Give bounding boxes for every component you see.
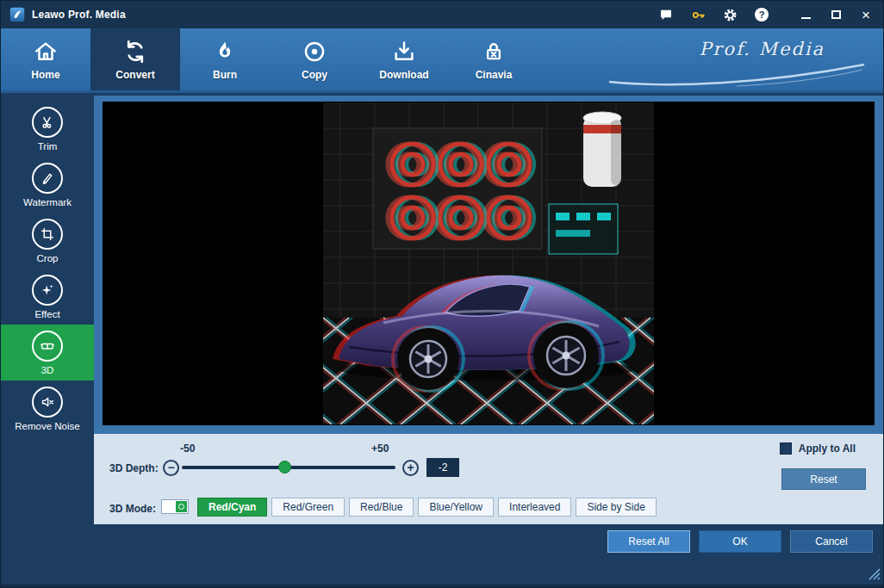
nav-tab-cinavia[interactable]: Cinavia bbox=[449, 28, 538, 90]
ok-button[interactable]: OK bbox=[699, 530, 781, 553]
nav-label-download: Download bbox=[379, 69, 428, 81]
help-icon[interactable]: ? bbox=[753, 6, 770, 23]
remove-noise-icon bbox=[32, 387, 63, 418]
nav-label-copy: Copy bbox=[302, 69, 327, 81]
app-window: Leawo Prof. Media ? × bbox=[0, 0, 884, 588]
mode-red-cyan[interactable]: Red/Cyan bbox=[197, 498, 267, 517]
brand-logo-swoosh bbox=[607, 63, 866, 87]
footer-bar: Reset All OK Cancel bbox=[1, 524, 883, 587]
brand-logo: Prof. Media bbox=[607, 32, 866, 87]
mode-options: Red/Cyan Red/Green Red/Blue Blue/Yellow … bbox=[197, 498, 657, 517]
reset-button[interactable]: Reset bbox=[781, 468, 866, 490]
3d-glasses-icon bbox=[32, 331, 63, 362]
depth-value: -2 bbox=[426, 458, 459, 477]
sidebar-item-trim[interactable]: Trim bbox=[1, 101, 94, 157]
minimize-icon bbox=[801, 17, 811, 19]
depth-decrease-button[interactable]: − bbox=[163, 460, 179, 476]
app-logo-icon bbox=[9, 7, 25, 22]
burn-icon bbox=[212, 39, 238, 65]
sidebar-label-crop: Crop bbox=[37, 253, 59, 263]
download-icon bbox=[391, 39, 417, 65]
apply-to-all[interactable]: Apply to All bbox=[780, 443, 856, 455]
apply-to-all-checkbox[interactable] bbox=[780, 443, 792, 455]
nav-label-burn: Burn bbox=[213, 69, 237, 81]
effect-icon bbox=[32, 275, 63, 306]
sidebar-item-3d[interactable]: 3D bbox=[1, 325, 94, 381]
cancel-button[interactable]: Cancel bbox=[790, 530, 873, 553]
depth-min-label: -50 bbox=[180, 443, 195, 455]
toggle-ring-icon bbox=[178, 504, 184, 510]
3d-settings-panel: 3D Depth: − -50 +50 + -2 Apply to All Re… bbox=[94, 434, 883, 526]
sidebar-label-remove-noise: Remove Noise bbox=[15, 421, 79, 431]
mode-red-green[interactable]: Red/Green bbox=[271, 498, 345, 517]
sidebar-item-effect[interactable]: Effect bbox=[1, 269, 94, 325]
maximize-icon bbox=[831, 10, 841, 19]
apply-to-all-label: Apply to All bbox=[799, 443, 856, 455]
nav-tab-copy[interactable]: Copy bbox=[270, 28, 359, 90]
nav-label-cinavia: Cinavia bbox=[476, 69, 513, 81]
3d-mode-toggle[interactable] bbox=[161, 499, 189, 514]
depth-slider-handle[interactable] bbox=[278, 461, 291, 473]
video-preview bbox=[103, 102, 875, 425]
sidebar-label-watermark: Watermark bbox=[23, 197, 72, 207]
anaglyph-car-image bbox=[323, 102, 654, 424]
nav-tab-home[interactable]: Home bbox=[1, 28, 90, 90]
depth-label: 3D Depth: bbox=[109, 462, 159, 474]
titlebar[interactable]: Leawo Prof. Media ? × bbox=[1, 1, 883, 28]
register-key-icon[interactable] bbox=[689, 6, 707, 23]
minimize-button[interactable] bbox=[797, 6, 814, 23]
window-title: Leawo Prof. Media bbox=[32, 9, 126, 21]
convert-icon bbox=[122, 39, 148, 65]
mode-interleaved[interactable]: Interleaved bbox=[498, 498, 571, 517]
watermark-icon bbox=[32, 163, 63, 194]
trim-icon bbox=[32, 107, 63, 138]
resize-grip[interactable] bbox=[868, 568, 881, 580]
sidebar-item-crop[interactable]: Crop bbox=[1, 213, 94, 269]
cinavia-lock-icon bbox=[481, 39, 507, 65]
settings-gear-icon[interactable] bbox=[721, 6, 738, 23]
copy-disc-icon bbox=[302, 39, 327, 65]
preview-stage bbox=[94, 96, 883, 434]
nav-label-home: Home bbox=[31, 69, 59, 81]
mode-label: 3D Mode: bbox=[109, 503, 156, 515]
sidebar-label-3d: 3D bbox=[41, 365, 54, 375]
depth-max-label: +50 bbox=[371, 443, 389, 455]
3d-mode-toggle-knob bbox=[176, 501, 187, 512]
help-glyph: ? bbox=[755, 8, 769, 22]
home-icon bbox=[33, 39, 59, 65]
main-nav: Home Convert Burn Copy Dow bbox=[1, 28, 883, 93]
sidebar-item-remove-noise[interactable]: Remove Noise bbox=[1, 381, 94, 436]
mode-side-by-side[interactable]: Side by Side bbox=[576, 498, 656, 517]
nav-tab-burn[interactable]: Burn bbox=[180, 28, 270, 90]
sidebar-label-trim: Trim bbox=[38, 141, 58, 152]
depth-increase-button[interactable]: + bbox=[402, 460, 419, 476]
nav-tab-download[interactable]: Download bbox=[359, 28, 449, 90]
sidebar-label-effect: Effect bbox=[34, 309, 59, 319]
maximize-button[interactable] bbox=[827, 6, 844, 23]
close-icon: × bbox=[862, 8, 870, 22]
close-button[interactable]: × bbox=[857, 6, 875, 23]
feedback-icon[interactable] bbox=[657, 6, 675, 23]
mode-red-blue[interactable]: Red/Blue bbox=[349, 498, 414, 517]
nav-label-convert: Convert bbox=[115, 69, 154, 81]
nav-tab-convert[interactable]: Convert bbox=[90, 28, 180, 90]
sidebar-item-watermark[interactable]: Watermark bbox=[1, 157, 94, 213]
reset-all-button[interactable]: Reset All bbox=[607, 530, 690, 553]
mode-blue-yellow[interactable]: Blue/Yellow bbox=[418, 498, 494, 517]
crop-icon bbox=[32, 219, 63, 250]
edit-sidebar: Trim Watermark Crop bbox=[1, 96, 94, 524]
brand-logo-text: Prof. Media bbox=[699, 39, 825, 59]
